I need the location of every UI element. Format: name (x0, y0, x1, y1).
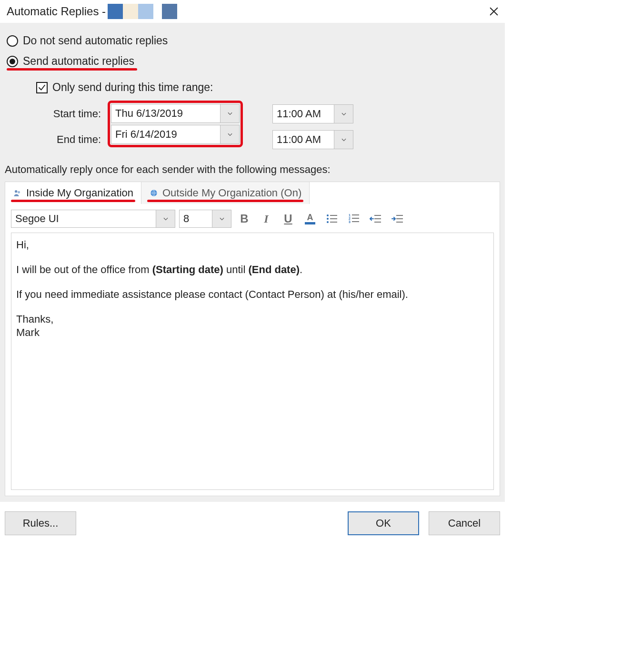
svg-rect-17 (374, 215, 381, 216)
radio-icon (7, 35, 18, 47)
tab-inside-label: Inside My Organization (26, 187, 133, 199)
bullets-button[interactable] (323, 210, 341, 228)
rules-label: Rules... (23, 517, 59, 529)
svg-rect-6 (330, 215, 337, 216)
end-date-dropdown-button[interactable] (220, 125, 239, 143)
msg-line-3: If you need immediate assistance please … (16, 288, 489, 301)
chevron-down-icon (227, 131, 233, 138)
end-time-label: End time: (36, 130, 108, 149)
indent-button[interactable] (389, 210, 407, 228)
only-send-label: Only send during this time range: (52, 81, 213, 94)
svg-rect-19 (374, 222, 381, 223)
svg-point-0 (15, 190, 17, 193)
svg-text:2: 2 (349, 217, 351, 220)
end-date-value: Fri 6/14/2019 (111, 125, 220, 143)
radio-send[interactable]: Send automatic replies (7, 55, 134, 68)
tab-underline-highlight (11, 200, 135, 202)
bullets-icon (325, 212, 339, 226)
svg-point-7 (327, 218, 329, 220)
indent-icon (391, 212, 405, 226)
font-color-button[interactable]: A (301, 210, 319, 228)
only-send-checkbox-row: Only send during this time range: (36, 81, 500, 94)
start-date-value: Thu 6/13/2019 (111, 104, 220, 122)
svg-rect-16 (352, 221, 359, 222)
ok-label: OK (376, 517, 391, 529)
bold-button[interactable]: B (235, 210, 253, 228)
swatch-3 (138, 4, 153, 19)
start-date-dropdown-button[interactable] (220, 104, 239, 122)
msg-line-2: I will be out of the office from (Starti… (16, 264, 489, 276)
svg-text:A: A (307, 213, 313, 222)
svg-rect-4 (305, 222, 315, 224)
start-date-picker[interactable]: Thu 6/13/2019 (111, 104, 240, 123)
instruction-text: Automatically reply once for each sender… (5, 163, 500, 176)
msg-line-5: Mark (16, 326, 489, 339)
font-size-value: 8 (180, 210, 212, 227)
date-pickers-highlight: Thu 6/13/2019 Fri 6/14/2019 (108, 101, 243, 147)
tab-inside-organization[interactable]: Inside My Organization (5, 182, 141, 204)
end-time-value: 11:00 AM (273, 131, 334, 149)
chevron-down-icon (162, 215, 169, 222)
tab-outside-organization[interactable]: Outside My Organization (On) (141, 182, 310, 204)
svg-rect-20 (396, 215, 403, 216)
chevron-down-icon (219, 215, 225, 222)
check-icon (38, 83, 46, 92)
svg-rect-18 (374, 218, 381, 219)
close-button[interactable] (487, 4, 501, 19)
cancel-label: Cancel (448, 517, 481, 529)
chevron-down-icon (341, 136, 347, 143)
people-icon (13, 188, 22, 198)
start-time-dropdown-button[interactable] (334, 105, 353, 123)
svg-rect-12 (352, 214, 359, 215)
end-time-picker[interactable]: 11:00 AM (272, 130, 353, 149)
tab-underline-highlight (147, 200, 303, 202)
radio-icon (7, 56, 18, 67)
start-time-picker[interactable]: 11:00 AM (272, 104, 353, 123)
tabs: Inside My Organization Outside My Organi… (5, 182, 500, 204)
titlebar: Automatic Replies - (0, 0, 505, 23)
radio-do-not-send-label: Do not send automatic replies (23, 34, 168, 47)
swatch-2 (123, 4, 138, 19)
rules-button[interactable]: Rules... (5, 511, 76, 535)
cancel-button[interactable]: Cancel (429, 511, 500, 535)
only-send-checkbox[interactable] (36, 82, 48, 93)
radio-send-label: Send automatic replies (23, 55, 134, 68)
swatch-4 (162, 4, 177, 19)
chevron-down-icon (227, 110, 233, 117)
svg-rect-22 (396, 222, 403, 223)
svg-rect-10 (330, 222, 337, 223)
start-time-label: Start time: (36, 104, 108, 123)
underline-button[interactable]: U (279, 210, 297, 228)
numbering-button[interactable]: 1 2 3 (345, 210, 363, 228)
svg-point-9 (327, 221, 329, 223)
swatch-1 (108, 4, 123, 19)
close-icon (489, 6, 499, 17)
font-size-dropdown-button[interactable] (212, 210, 231, 227)
tab-outside-label: Outside My Organization (On) (162, 187, 301, 199)
end-time-dropdown-button[interactable] (334, 131, 353, 149)
outdent-icon (369, 212, 383, 226)
radio-do-not-send[interactable]: Do not send automatic replies (7, 34, 500, 47)
dialog-footer: Rules... OK Cancel (0, 502, 505, 547)
format-toolbar: Segoe UI 8 B I U A (11, 210, 494, 228)
font-size-picker[interactable]: 8 (179, 210, 231, 228)
svg-rect-21 (396, 218, 403, 219)
font-picker[interactable]: Segoe UI (11, 210, 175, 228)
chevron-down-icon (341, 111, 347, 117)
window-title: Automatic Replies - (7, 5, 106, 18)
message-editor[interactable]: Hi, I will be out of the office from (St… (11, 233, 494, 490)
svg-rect-14 (352, 218, 359, 219)
svg-text:1: 1 (349, 214, 351, 217)
globe-icon (149, 188, 159, 198)
outdent-button[interactable] (367, 210, 385, 228)
end-date-picker[interactable]: Fri 6/14/2019 (111, 125, 240, 144)
font-color-icon: A (303, 212, 317, 226)
italic-button[interactable]: I (257, 210, 275, 228)
title-swatches (108, 4, 177, 19)
ok-button[interactable]: OK (348, 511, 419, 535)
svg-text:3: 3 (349, 220, 351, 224)
msg-line-1: Hi, (16, 239, 489, 251)
font-value: Segoe UI (11, 210, 156, 227)
font-dropdown-button[interactable] (156, 210, 175, 227)
start-time-value: 11:00 AM (273, 105, 334, 123)
